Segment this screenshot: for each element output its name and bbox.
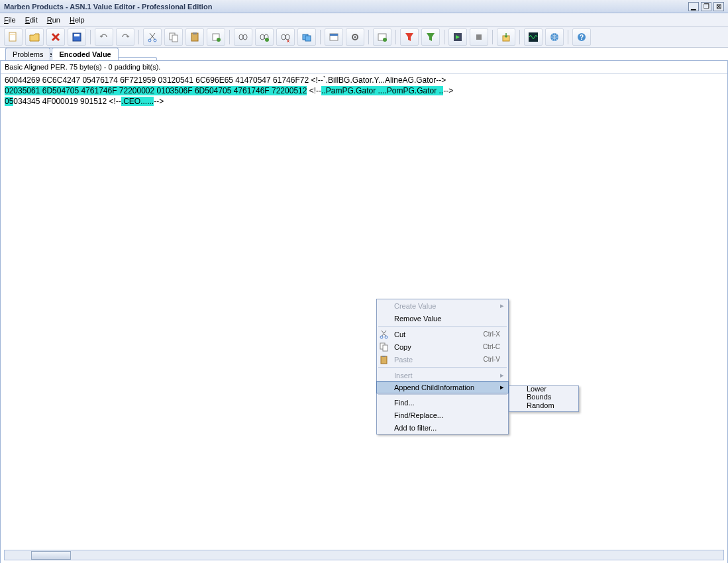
ctx-item[interactable]: Random (509, 399, 578, 411)
tbtn-win[interactable] (325, 28, 343, 46)
ctx-shortcut: Ctrl-X (483, 331, 500, 338)
tbtn-layers[interactable] (297, 28, 316, 46)
ctx-item[interactable]: Find/Replace... (377, 409, 508, 421)
ctx-item: Insert▸ (377, 369, 508, 382)
chevron-right-icon: ▸ (500, 371, 504, 380)
tbtn-msg[interactable] (373, 28, 391, 46)
tbtn-cut[interactable] (143, 28, 162, 46)
svg-rect-1 (10, 34, 15, 34)
svg-point-12 (239, 34, 243, 40)
ctx-item[interactable]: Add to filter... (377, 421, 508, 434)
context-submenu: Lower BoundsRandom (509, 385, 579, 412)
tab-problems[interactable]: Problems (5, 48, 50, 61)
tbtn-open[interactable] (25, 28, 44, 46)
tbtn-new[interactable] (4, 28, 23, 46)
menu-file[interactable]: File (4, 16, 16, 24)
tbtn-run[interactable] (448, 28, 467, 46)
ctx-item[interactable]: CutCtrl-X (377, 328, 508, 340)
svg-rect-9 (193, 32, 197, 34)
tbtn-gear[interactable] (346, 28, 364, 46)
tbtn-delete[interactable] (46, 28, 65, 46)
ctx-label: Insert (394, 372, 413, 380)
close-icon[interactable]: ⊠ (713, 2, 724, 11)
ctx-item[interactable]: Append ChildInformation▸ (376, 381, 509, 393)
ctx-label: Paste (394, 356, 413, 364)
menu-edit[interactable]: Edit (25, 16, 38, 24)
tbtn-undo[interactable] (95, 28, 113, 46)
chevron-right-icon: ▸ (500, 383, 504, 391)
ctx-item[interactable]: Find... (377, 396, 508, 409)
svg-point-13 (243, 34, 247, 40)
chevron-right-icon: ▸ (500, 301, 504, 310)
menu-help[interactable]: Help (70, 16, 85, 24)
tbtn-filter2[interactable] (421, 28, 440, 46)
tbtn-copy[interactable] (164, 28, 183, 46)
context-menu: Create Value▸Remove ValueCutCtrl-XCopyCt… (376, 299, 509, 435)
tbtn-export[interactable] (497, 28, 515, 46)
menu-run[interactable]: Run (47, 16, 60, 24)
tbtn-wave[interactable] (524, 28, 543, 46)
ctx-label: Cut (394, 331, 405, 338)
tbtn-paste[interactable] (185, 28, 204, 46)
tbtn-stop[interactable] (470, 28, 488, 46)
tbtn-redo[interactable] (116, 28, 134, 46)
svg-point-17 (282, 34, 286, 40)
hex-bytes: 02035061 6D504705 4761746F 72200002 0103… (5, 86, 307, 95)
svg-point-16 (265, 38, 269, 42)
window-title: Marben Products - ASN.1 Value Editor - P… (4, 3, 212, 11)
ctx-shortcut: Ctrl-V (483, 356, 500, 363)
ctx-item[interactable]: Remove Value (377, 312, 508, 325)
tbtn-link1[interactable] (234, 28, 252, 46)
scrollbar-h[interactable] (4, 550, 724, 560)
svg-rect-78 (383, 345, 388, 351)
svg-point-11 (217, 38, 221, 42)
maximize-icon[interactable]: ❐ (701, 2, 711, 11)
ctx-label: Append ChildInformation (394, 384, 474, 391)
ctx-label: Add to filter... (394, 424, 437, 432)
ctx-label: Lower Bounds (527, 385, 561, 401)
ctx-item: PasteCtrl-V (377, 353, 508, 366)
tbtn-help[interactable]: ? (572, 28, 591, 46)
svg-rect-3 (74, 34, 79, 36)
hex-bytes: 60044269 6C6C4247 05476174 6F721959 0312… (5, 76, 309, 85)
ctx-shortcut: Ctrl-C (483, 343, 500, 350)
tbtn-link3[interactable] (276, 28, 295, 46)
svg-rect-30 (529, 32, 538, 42)
ctx-label: Copy (394, 343, 411, 351)
svg-point-14 (260, 34, 264, 40)
ctx-item: Create Value▸ (377, 299, 508, 312)
ctx-label: Remove Value (394, 315, 441, 323)
svg-rect-0 (9, 32, 16, 41)
tbtn-add[interactable] (207, 28, 225, 46)
svg-text:?: ? (580, 34, 584, 41)
tab-encoded-value[interactable]: Encoded Value (52, 48, 118, 61)
ctx-label: Find/Replace... (394, 411, 443, 419)
svg-point-24 (354, 36, 356, 38)
svg-rect-7 (172, 35, 178, 42)
svg-rect-79 (381, 356, 387, 364)
svg-rect-22 (330, 34, 338, 36)
menubar: File Edit Run Help (0, 13, 728, 26)
toolbar: ? (0, 26, 728, 48)
hex-ascii: <!--`.BillBG.Gator.Y...AlineAG.Gator--> (311, 76, 446, 85)
svg-rect-28 (476, 34, 482, 40)
ctx-label: Random (527, 401, 554, 409)
svg-point-26 (383, 38, 387, 42)
tbtn-link2[interactable] (255, 28, 274, 46)
encoded-header: Basic Aligned PER. 75 byte(s) - 0 paddin… (1, 61, 727, 74)
svg-rect-80 (382, 356, 386, 357)
svg-rect-20 (305, 36, 311, 41)
ctx-item[interactable]: CopyCtrl-C (377, 340, 508, 353)
ctx-label: Find... (394, 399, 415, 407)
minimize-icon[interactable]: ▁ (688, 2, 699, 11)
tbtn-globe[interactable] (545, 28, 564, 46)
hex-ascii: <!--.CEO......--> (109, 97, 164, 106)
tbtn-save[interactable] (68, 28, 86, 46)
ctx-item[interactable]: Lower Bounds (509, 386, 578, 399)
hex-bytes: 05034345 4F000019 901512 (5, 97, 107, 106)
hex-ascii: <!--..PamPG.Gator ....PomPG.Gator ..--> (309, 86, 453, 95)
tbtn-filter1[interactable] (400, 28, 419, 46)
svg-point-18 (286, 34, 289, 40)
ctx-label: Create Value (394, 302, 436, 310)
